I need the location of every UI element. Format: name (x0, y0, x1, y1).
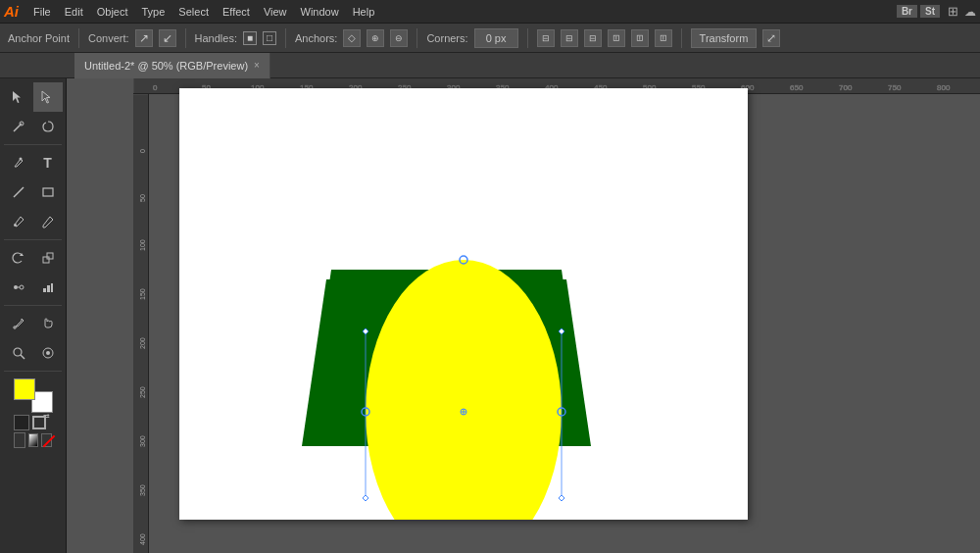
corners-label: Corners: (426, 32, 467, 44)
svg-rect-8 (47, 253, 53, 259)
pencil-tool[interactable] (33, 207, 63, 236)
svg-point-15 (14, 348, 22, 356)
separator-6 (681, 28, 682, 48)
direct-selection-tool[interactable] (33, 82, 63, 112)
tab-close-button[interactable]: × (254, 60, 260, 71)
rotate-tool[interactable] (4, 243, 33, 273)
convert-icon-2[interactable]: ↙ (159, 29, 176, 47)
svg-rect-7 (43, 257, 49, 263)
svg-line-16 (21, 355, 24, 359)
pen-tool[interactable] (4, 148, 33, 177)
control-point-lmb[interactable] (363, 495, 368, 501)
toolbar: T (0, 78, 67, 553)
menu-file[interactable]: File (26, 4, 58, 20)
color-swatch-area: ⇄ (0, 375, 66, 452)
selection-tool[interactable] (4, 82, 33, 112)
mode-swatches (6, 432, 60, 448)
svg-point-18 (46, 351, 50, 355)
handles-label: Handles: (195, 32, 237, 44)
svg-text:150: 150 (139, 288, 146, 300)
svg-point-2 (19, 158, 22, 161)
gradient-icon[interactable] (28, 433, 39, 447)
menu-effect[interactable]: Effect (216, 4, 257, 20)
svg-point-10 (20, 285, 24, 289)
anchors-icon-1[interactable]: ◇ (343, 29, 361, 47)
control-point-rmb[interactable] (559, 495, 564, 501)
hand-tool[interactable] (33, 309, 63, 338)
document-tab[interactable]: Untitled-2* @ 50% (RGB/Preview) × (74, 53, 270, 78)
anchors-icon-3[interactable]: ⊖ (390, 29, 408, 47)
none-icon[interactable] (41, 433, 52, 447)
paintbrush-tool[interactable] (4, 207, 33, 236)
line-segment-tool[interactable] (4, 177, 33, 207)
separator-3 (285, 28, 286, 48)
color-mode-icon[interactable] (14, 432, 25, 448)
corners-input[interactable] (474, 28, 518, 48)
default-colors-icon[interactable] (14, 415, 29, 430)
canvas-area[interactable]: 0 50 100 150 200 250 300 350 400 450 500… (67, 78, 980, 553)
bridge-button[interactable]: Br (897, 5, 917, 18)
menu-edit[interactable]: Edit (58, 4, 90, 20)
align-center-h[interactable]: ⊟ (561, 29, 578, 47)
tool-row-eyedrop (0, 309, 66, 338)
svg-line-3 (14, 187, 24, 197)
svg-text:650: 650 (790, 83, 804, 92)
transform-button[interactable]: Transform (691, 28, 758, 48)
menu-window[interactable]: Window (294, 4, 346, 20)
align-center-v[interactable]: ⊟ (631, 29, 649, 47)
svg-text:0: 0 (139, 149, 146, 153)
workspace-icon: ⊞ (948, 4, 958, 19)
eyedropper-tool[interactable] (4, 309, 33, 338)
rectangle-tool[interactable] (33, 177, 63, 207)
svg-text:800: 800 (937, 83, 951, 92)
artboard (179, 88, 748, 520)
swap-colors-icon[interactable]: ⇄ (32, 416, 46, 429)
align-left-edge[interactable]: ⊟ (537, 29, 555, 47)
artwork-svg[interactable] (179, 88, 748, 520)
extra-tool[interactable] (33, 338, 63, 368)
options-bar: Anchor Point Convert: ↗ ↙ Handles: ■ □ A… (0, 24, 980, 53)
stock-button[interactable]: St (920, 5, 940, 18)
svg-text:350: 350 (139, 484, 146, 496)
svg-text:0: 0 (153, 83, 158, 92)
separator-4 (416, 28, 417, 48)
zoom-tool[interactable] (4, 338, 33, 368)
lasso-tool[interactable] (33, 112, 63, 141)
anchors-icon-2[interactable]: ⊕ (367, 29, 384, 47)
convert-label: Convert: (88, 32, 129, 44)
tool-row-line (0, 177, 66, 207)
svg-rect-40 (133, 94, 149, 553)
align-right-edge[interactable]: ⊟ (584, 29, 602, 47)
svg-point-9 (14, 285, 18, 289)
handles-icon-filled[interactable]: ■ (243, 31, 257, 45)
menu-object[interactable]: Object (90, 4, 135, 20)
menu-select[interactable]: Select (172, 4, 216, 20)
magic-wand-tool[interactable] (4, 112, 33, 141)
scale-tool[interactable] (33, 243, 63, 273)
svg-rect-13 (47, 285, 50, 292)
svg-rect-4 (43, 188, 53, 196)
svg-point-5 (14, 224, 17, 226)
transform-extra-icon[interactable]: ⤢ (762, 29, 780, 47)
svg-text:750: 750 (888, 83, 902, 92)
align-top-edge[interactable]: ⊟ (608, 29, 625, 47)
menu-bar: Ai File Edit Object Type Select Effect V… (0, 0, 980, 24)
svg-text:400: 400 (139, 533, 146, 545)
menu-view[interactable]: View (257, 4, 294, 20)
menu-type[interactable]: Type (135, 4, 172, 20)
convert-icon-1[interactable]: ↗ (135, 29, 153, 47)
main-area: T (0, 78, 980, 553)
menu-help[interactable]: Help (346, 4, 382, 20)
align-bottom-edge[interactable]: ⊟ (655, 29, 672, 47)
tool-row-zoom (0, 338, 66, 368)
handles-icon-outline[interactable]: □ (263, 31, 276, 45)
anchor-point-label: Anchor Point (8, 32, 70, 44)
type-tool[interactable]: T (33, 148, 63, 177)
tool-sep-1 (4, 144, 62, 145)
column-graph-tool[interactable] (33, 273, 63, 302)
blend-tool[interactable] (4, 273, 33, 302)
color-swatches (14, 378, 53, 413)
cloud-icon: ☁ (964, 5, 976, 19)
foreground-color-swatch[interactable] (14, 378, 35, 400)
tool-sep-2 (4, 239, 62, 240)
